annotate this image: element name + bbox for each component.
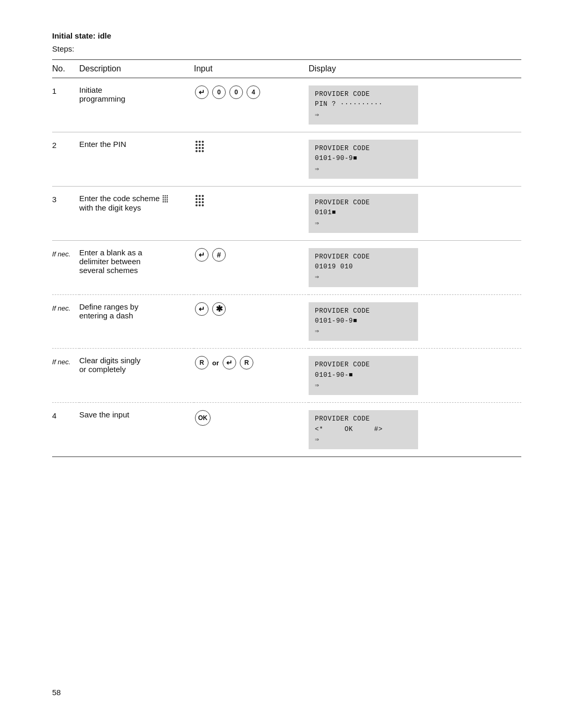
row-display: PROVIDER CODEPIN ? ··········⇒ — [309, 78, 521, 132]
svg-point-23 — [167, 201, 168, 203]
svg-point-6 — [195, 147, 198, 149]
lcd-display: PROVIDER CODE01019 010⇒ — [309, 248, 418, 287]
svg-point-18 — [163, 199, 164, 201]
svg-point-27 — [195, 198, 198, 200]
svg-point-8 — [202, 147, 204, 149]
svg-point-35 — [202, 204, 204, 206]
lcd-line-2: ⇒ — [315, 435, 412, 445]
svg-point-16 — [165, 198, 166, 199]
lcd-line-2: ⇒ — [315, 110, 412, 120]
input-col — [194, 132, 309, 186]
desc-line-2: entering a dash — [79, 311, 133, 320]
keypad-icon — [194, 194, 205, 210]
lcd-line-0: PROVIDER CODE — [315, 90, 412, 100]
row-display: PROVIDER CODE0101-90-9■⇒ — [309, 294, 521, 349]
row-description: Enter a blank as adelimiter betweensever… — [79, 240, 194, 294]
enter-arrow-key: ↵ — [195, 248, 209, 262]
lcd-line-2: ⇒ — [315, 272, 412, 282]
svg-point-29 — [202, 198, 204, 200]
initial-state-value: idle — [98, 31, 112, 40]
lcd-line-1: 0101■ — [315, 208, 412, 218]
input-col: OK — [194, 403, 309, 457]
button-group: ↵# — [194, 248, 227, 262]
svg-point-17 — [167, 198, 168, 199]
desc-line-2: with the digit keys — [79, 203, 141, 212]
svg-point-19 — [165, 199, 166, 201]
star-key: ✱ — [212, 302, 226, 316]
row-display: PROVIDER CODE0101-90-9■⇒ — [309, 132, 521, 186]
table-row: If nec.Define ranges byentering a dash↵✱… — [52, 294, 521, 349]
lcd-line-2: ⇒ — [315, 326, 412, 337]
svg-point-31 — [199, 201, 201, 203]
lcd-line-0: PROVIDER CODE — [315, 252, 412, 262]
row-description: Initiateprogramming — [79, 78, 194, 132]
table-row: 1Initiateprogramming↵004PROVIDER CODEPIN… — [52, 78, 521, 132]
svg-point-0 — [195, 141, 198, 143]
svg-point-13 — [165, 195, 166, 197]
svg-point-14 — [167, 195, 168, 197]
table-row: If nec.Clear digits singlyor completelyR… — [52, 349, 521, 403]
lcd-display: PROVIDER CODE0101■⇒ — [309, 194, 418, 233]
lcd-display: PROVIDER CODE0101-90-■⇒ — [309, 356, 418, 395]
svg-point-11 — [202, 150, 204, 152]
keypad-icon — [194, 140, 205, 156]
svg-point-30 — [195, 201, 198, 203]
hash-key: # — [212, 248, 226, 262]
row-number: 4 — [52, 403, 79, 457]
row-description: Clear digits singlyor completely — [79, 349, 194, 403]
row-display: PROVIDER CODE0101■⇒ — [309, 186, 521, 240]
desc-line-1: Enter the PIN — [79, 140, 126, 149]
lcd-line-0: PROVIDER CODE — [315, 414, 412, 424]
table-row: 3Enter the code scheme with the digit ke… — [52, 186, 521, 240]
svg-point-24 — [195, 195, 198, 197]
lcd-line-2: ⇒ — [315, 218, 412, 229]
input-col: ↵# — [194, 240, 309, 294]
row-number: If nec. — [52, 240, 79, 294]
row-number: 2 — [52, 132, 79, 186]
0-key: 0 — [229, 85, 243, 99]
lcd-line-2: ⇒ — [315, 380, 412, 391]
button-group: ↵004 — [194, 85, 261, 99]
R-key: R — [240, 356, 253, 369]
svg-point-10 — [199, 150, 201, 152]
desc-line-1: Clear digits singly — [79, 356, 141, 365]
input-col: ↵004 — [194, 78, 309, 132]
desc-line-2: programming — [79, 94, 125, 103]
inline-keypad-icon — [162, 194, 169, 203]
button-group: ↵✱ — [194, 302, 227, 316]
or-text: or — [212, 359, 219, 367]
row-number: 1 — [52, 78, 79, 132]
row-description: Save the input — [79, 403, 194, 457]
lcd-display: PROVIDER CODE0101-90-9■⇒ — [309, 302, 418, 341]
input-col: ↵✱ — [194, 294, 309, 349]
svg-point-22 — [165, 201, 166, 203]
desc-line-2: delimiter between — [79, 257, 141, 266]
lcd-line-1: <* OK #> — [315, 425, 412, 435]
lcd-line-1: 01019 010 — [315, 262, 412, 272]
table-row: 4Save the inputOKPROVIDER CODE<* OK #>⇒ — [52, 403, 521, 457]
svg-point-20 — [167, 199, 168, 201]
table-header-row: No. Description Input Display — [52, 60, 521, 78]
col-header-no: No. — [52, 60, 79, 78]
svg-point-5 — [202, 144, 204, 146]
desc-line-1: Enter a blank as a — [79, 248, 142, 257]
initial-state-line: Initial state: idle — [52, 31, 521, 40]
svg-point-4 — [199, 144, 201, 146]
col-header-description: Description — [79, 60, 194, 78]
R-key: R — [195, 356, 209, 369]
row-number: If nec. — [52, 294, 79, 349]
row-display: PROVIDER CODE0101-90-■⇒ — [309, 349, 521, 403]
lcd-line-0: PROVIDER CODE — [315, 360, 412, 370]
lcd-display: PROVIDER CODEPIN ? ··········⇒ — [309, 85, 418, 125]
lcd-line-1: PIN ? ·········· — [315, 100, 412, 109]
input-col — [194, 186, 309, 240]
desc-line-1: Enter the code scheme — [79, 194, 169, 203]
initial-state-label: Initial state: — [52, 31, 95, 40]
row-display: PROVIDER CODE<* OK #>⇒ — [309, 403, 521, 457]
lcd-line-2: ⇒ — [315, 164, 412, 175]
svg-point-9 — [195, 150, 198, 152]
row-display: PROVIDER CODE01019 010⇒ — [309, 240, 521, 294]
keypad-svg — [194, 194, 205, 207]
desc-line-2: or completely — [79, 365, 126, 374]
4-key: 4 — [247, 85, 260, 99]
